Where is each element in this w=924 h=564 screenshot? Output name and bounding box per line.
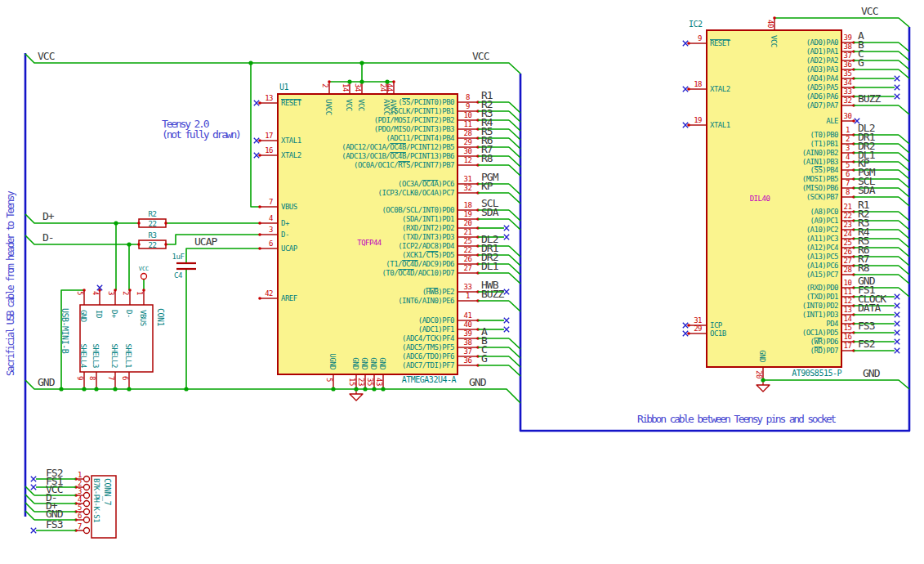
- svg-text:1: 1: [136, 291, 144, 295]
- svg-text:24: 24: [844, 230, 852, 238]
- svg-text:3: 3: [107, 291, 115, 295]
- svg-text:(AIN0)PB2: (AIN0)PB2: [802, 149, 838, 157]
- resistor-r3[interactable]: R322: [137, 231, 167, 249]
- svg-text:28: 28: [464, 129, 472, 137]
- svg-text:(AD1)PA1: (AD1)PA1: [806, 47, 838, 56]
- svg-text:8: 8: [466, 93, 470, 101]
- svg-text:7: 7: [107, 376, 115, 380]
- svg-text:(MISO)PB6: (MISO)PB6: [802, 184, 838, 192]
- svg-text:(A11)PC3: (A11)PC3: [806, 235, 838, 243]
- svg-text:(PDO/MISO/PCINT3)PB3: (PDO/MISO/PCINT3)PB3: [374, 125, 454, 133]
- svg-text:VCC: VCC: [139, 266, 150, 272]
- svg-text:R2: R2: [149, 210, 157, 218]
- svg-text:3: 3: [846, 144, 850, 152]
- svg-text:32: 32: [464, 184, 472, 192]
- svg-text:30: 30: [844, 112, 852, 120]
- svg-text:(TXD/INT3)PD3: (TXD/INT3)PD3: [402, 233, 454, 241]
- svg-text:44: 44: [386, 83, 394, 92]
- svg-text:GND: GND: [369, 357, 377, 369]
- svg-text:(RXD/INT2)PD2: (RXD/INT2)PD2: [402, 224, 454, 232]
- svg-text:27: 27: [464, 264, 472, 272]
- svg-text:34: 34: [354, 83, 362, 92]
- svg-text:15: 15: [348, 378, 356, 386]
- svg-text:UVCC: UVCC: [324, 99, 333, 115]
- svg-text:(ADC0)PF0: (ADC0)PF0: [418, 316, 454, 325]
- vcc-power-flag[interactable]: VCC: [139, 266, 150, 280]
- svg-text:1: 1: [466, 292, 470, 300]
- svg-text:SHELL4: SHELL4: [79, 343, 87, 368]
- svg-text:36: 36: [464, 356, 472, 365]
- svg-text:ID: ID: [95, 310, 103, 318]
- svg-text:(AD7)PA7: (AD7)PA7: [806, 101, 838, 110]
- svg-text:TQFP44: TQFP44: [357, 239, 382, 247]
- svg-text:36: 36: [844, 60, 852, 69]
- svg-text:B7K-PH-K-S1: B7K-PH-K-S1: [92, 478, 100, 522]
- svg-text:DL1: DL1: [481, 260, 498, 272]
- svg-text:23: 23: [844, 221, 852, 229]
- svg-text:2: 2: [122, 291, 130, 295]
- svg-text:(ADC12/OC1A/OC4B/PCINT12)PB5: (ADC12/OC1A/OC4B/PCINT12)PB5: [341, 143, 454, 151]
- svg-text:D+: D+: [110, 310, 118, 319]
- chip-at90s8515[interactable]: IC2DIL40AT90S8515-P9RESET18XTAL219XTAL13…: [683, 16, 909, 382]
- svg-text:22: 22: [149, 241, 157, 249]
- svg-text:(A12)PC4: (A12)PC4: [806, 244, 838, 252]
- svg-text:R3: R3: [149, 231, 157, 239]
- svg-text:26: 26: [464, 255, 472, 263]
- svg-text:31: 31: [694, 316, 702, 325]
- svg-text:22: 22: [844, 212, 852, 220]
- svg-text:GND: GND: [758, 350, 766, 362]
- svg-text:XTAL1: XTAL1: [710, 121, 730, 129]
- svg-text:D-: D-: [281, 231, 289, 239]
- svg-text:43: 43: [375, 378, 383, 386]
- svg-text:(INT1)PD3: (INT1)PD3: [802, 311, 838, 319]
- note-sacrificial-cable[interactable]: Sacrificial USB cable from header to Tee…: [5, 192, 16, 376]
- svg-text:7: 7: [78, 522, 82, 530]
- svg-text:(RXD)PD0: (RXD)PD0: [806, 284, 838, 292]
- svg-text:6: 6: [846, 170, 850, 178]
- svg-text:SHELL3: SHELL3: [92, 343, 100, 368]
- svg-text:D+: D+: [42, 210, 55, 222]
- svg-text:DIL40: DIL40: [750, 195, 770, 203]
- note-teensy-line2[interactable]: (not fully drawn): [162, 128, 240, 141]
- svg-text:9: 9: [466, 102, 470, 110]
- svg-text:22: 22: [464, 246, 472, 254]
- svg-text:20: 20: [755, 370, 763, 378]
- connector-usb-mini-b[interactable]: USB-MINI-BCON15GND4ID3D+2D-1VBUS9SHELL48…: [60, 285, 165, 389]
- resistor-r2[interactable]: R222: [137, 210, 167, 228]
- chip-atmega32u4[interactable]: U1TQFP44ATMEGA32U4-A13RESET17XTAL116XTAL…: [254, 80, 520, 389]
- svg-text:VCC: VCC: [770, 35, 778, 47]
- svg-text:UCAP: UCAP: [194, 235, 217, 248]
- schematic-svg[interactable]: VCCVCCD+D-UCAPGNDGNDVCCGNDU1TQFP44ATMEGA…: [0, 0, 924, 564]
- svg-text:(A14)PC6: (A14)PC6: [806, 262, 838, 270]
- svg-text:ALE: ALE: [826, 117, 838, 125]
- svg-text:(A15)PC7: (A15)PC7: [806, 271, 838, 279]
- svg-text:(SCLK/PCINT1)PB1: (SCLK/PCINT1)PB1: [390, 107, 454, 115]
- svg-text:10: 10: [464, 111, 472, 119]
- svg-text:PD4: PD4: [826, 320, 838, 328]
- note-ribbon-cable[interactable]: Ribbon cable between Teensy pins and soc…: [637, 413, 835, 425]
- svg-text:13: 13: [844, 306, 852, 314]
- svg-text:(ADC4/TCK)PF4: (ADC4/TCK)PF4: [402, 334, 454, 342]
- svg-text:C4: C4: [174, 271, 182, 280]
- capacitor-c4[interactable]: 1uFC4: [172, 253, 196, 280]
- svg-text:27: 27: [844, 257, 852, 265]
- svg-text:VCC: VCC: [345, 99, 353, 111]
- schematic-canvas: Sacrificial USB cable from header to Tee…: [0, 0, 924, 564]
- svg-text:(OC1A)PD5: (OC1A)PD5: [802, 329, 838, 337]
- svg-text:(ADC1)PF1: (ADC1)PF1: [418, 325, 454, 333]
- svg-text:(ADC7/TDI)PF7: (ADC7/TDI)PF7: [402, 361, 454, 369]
- svg-text:(ADC11/PCINT4)PB4: (ADC11/PCINT4)PB4: [386, 134, 454, 142]
- svg-text:30: 30: [464, 147, 472, 155]
- svg-text:U1: U1: [279, 83, 289, 92]
- svg-text:2: 2: [846, 135, 850, 143]
- connector-conn7[interactable]: B7K-PH-K-S1CONN_71FS22FS13VCC4D-5D+6GND7…: [25, 467, 116, 538]
- svg-text:8: 8: [88, 376, 96, 380]
- svg-text:(OC0A/OC1C/RTS/PCINT7)PB7: (OC0A/OC1C/RTS/PCINT7)PB7: [354, 161, 454, 169]
- svg-text:19: 19: [464, 210, 472, 218]
- svg-text:9: 9: [76, 376, 84, 380]
- svg-text:(T0)PB0: (T0)PB0: [810, 131, 839, 139]
- svg-text:14: 14: [844, 315, 852, 323]
- svg-text:(SCK)PB7: (SCK)PB7: [806, 193, 838, 201]
- svg-text:GND: GND: [469, 376, 487, 388]
- svg-text:39: 39: [464, 329, 472, 338]
